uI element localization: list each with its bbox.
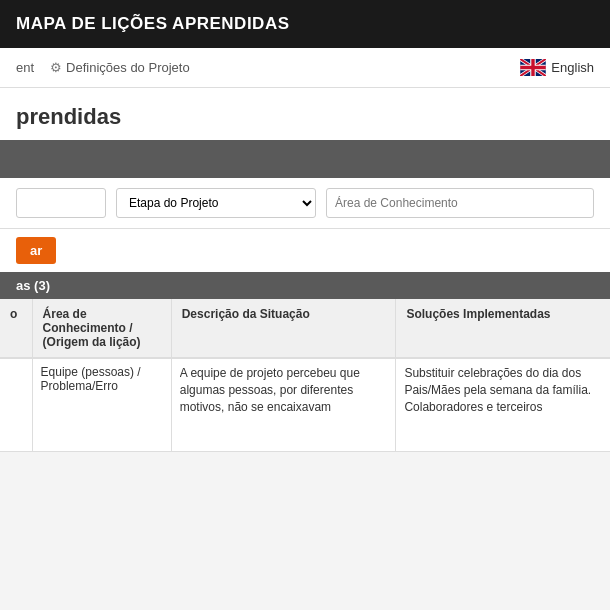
nav-item-1[interactable]: ent: [16, 60, 34, 75]
nav-left: ent ⚙Definições do Projeto: [16, 60, 190, 75]
col-header-area: Área de Conhecimento / (Origem da lição): [32, 299, 171, 358]
solutions-scrollable[interactable]: Substituir celebrações do dia dos Pais/M…: [404, 365, 602, 445]
language-selector[interactable]: English: [520, 59, 594, 76]
description-scrollable[interactable]: A equipe de projeto percebeu que algumas…: [180, 365, 388, 445]
cell-id: [0, 358, 32, 452]
project-stage-select[interactable]: Etapa do Projeto: [116, 188, 316, 218]
cell-description: A equipe de projeto percebeu que algumas…: [171, 358, 396, 452]
filter-controls: Etapa do Projeto: [0, 178, 610, 229]
app-title: MAPA DE LIÇÕES APRENDIDAS: [16, 14, 290, 33]
table-row: Equipe (pessoas) / Problema/Erro A equip…: [0, 358, 610, 452]
col-header-desc: Descrição da Situação: [171, 299, 396, 358]
cell-solutions: Substituir celebrações do dia dos Pais/M…: [396, 358, 610, 452]
search-text-input[interactable]: [16, 188, 106, 218]
results-header: as (3): [0, 272, 610, 299]
page-title-area: prendidas: [0, 88, 610, 140]
search-button[interactable]: ar: [16, 237, 56, 264]
action-row: ar: [0, 229, 610, 272]
gear-icon: ⚙: [50, 60, 62, 75]
nav-right: English: [520, 59, 594, 76]
language-label: English: [551, 60, 594, 75]
page-title: prendidas: [16, 104, 594, 130]
results-table-wrapper: o Área de Conhecimento / (Origem da liçã…: [0, 299, 610, 452]
results-count-label: as (3): [16, 278, 50, 293]
table-header-row: o Área de Conhecimento / (Origem da liçã…: [0, 299, 610, 358]
col-header-id: o: [0, 299, 32, 358]
nav-item-definitions[interactable]: ⚙Definições do Projeto: [50, 60, 190, 75]
cell-area: Equipe (pessoas) / Problema/Erro: [32, 358, 171, 452]
uk-flag-icon: [520, 59, 546, 76]
col-header-solutions: Soluções Implementadas: [396, 299, 610, 358]
filter-bar-strip: [0, 140, 610, 178]
knowledge-area-input[interactable]: [326, 188, 594, 218]
app-header: MAPA DE LIÇÕES APRENDIDAS: [0, 0, 610, 48]
results-table: o Área de Conhecimento / (Origem da liçã…: [0, 299, 610, 452]
nav-bar: ent ⚙Definições do Projeto English: [0, 48, 610, 88]
